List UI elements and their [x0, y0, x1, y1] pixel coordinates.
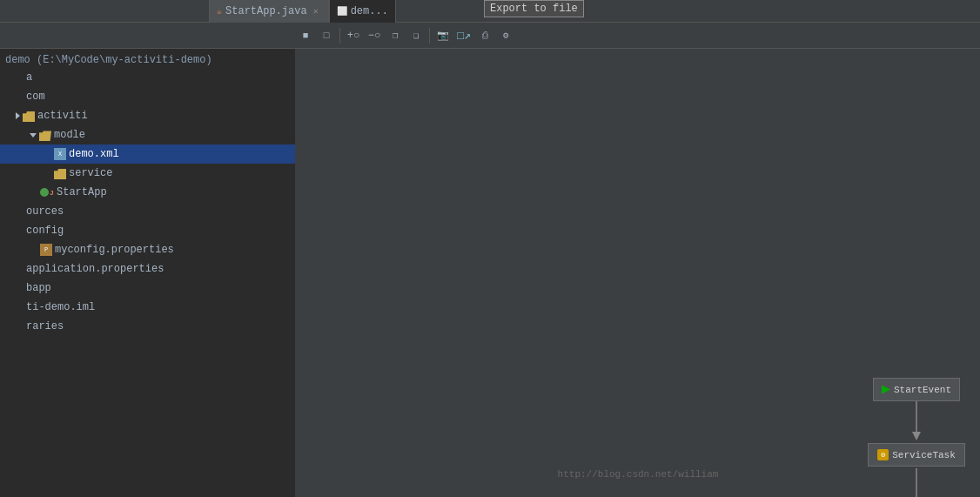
- tab-startapp-label: StartApp.java: [225, 5, 307, 17]
- toolbar-exportimg-btn[interactable]: 📷: [433, 26, 453, 45]
- arrow-down-icon: [30, 133, 37, 138]
- properties-icon: P: [40, 244, 52, 256]
- toolbar-fit-btn[interactable]: ❐: [386, 26, 405, 45]
- toolbar: ■ □ +○ −○ ❐ ❏ 📷 □↗ ⎙ ⚙: [0, 23, 980, 49]
- tab-startapp-close[interactable]: ✕: [311, 6, 321, 17]
- service-task-icon: ⚙: [877, 449, 889, 460]
- tree-item-service[interactable]: service: [0, 164, 295, 183]
- tree-label-libraries: raries: [26, 320, 64, 332]
- tab-demo-icon: ⬜: [337, 6, 347, 17]
- tab-startapp-icon: ☕: [217, 6, 222, 17]
- tree-item-bapp[interactable]: bapp: [0, 279, 295, 298]
- tree-label-bapp: bapp: [26, 282, 51, 294]
- tree-label-appprops: application.properties: [26, 263, 164, 275]
- sidebar-title: demo (E:\MyCode\my-activiti-demo): [0, 52, 295, 68]
- tree-label-myconfig: myconfig.properties: [55, 244, 174, 256]
- tree-item-a[interactable]: a: [0, 68, 295, 87]
- tree-item-libraries[interactable]: raries: [0, 317, 295, 336]
- tab-demo[interactable]: ⬜ dem...: [329, 0, 396, 23]
- tab-bar: ☕ StartApp.java ✕ ⬜ dem... Export to fil…: [0, 0, 980, 23]
- tree-label-demo-xml: demo.xml: [69, 148, 119, 160]
- toolbar-actual-btn[interactable]: ❏: [406, 26, 426, 45]
- tree-item-startapp[interactable]: J StartApp: [0, 183, 295, 202]
- tree-item-resources[interactable]: ources: [0, 202, 295, 221]
- tree-label-service: service: [69, 167, 112, 179]
- toolbar-sep-1: [339, 28, 340, 44]
- tree-label-iml: ti-demo.iml: [26, 301, 95, 313]
- tree-label-activiti: activiti: [37, 110, 88, 122]
- toolbar-marquee-btn[interactable]: □: [317, 26, 336, 45]
- tree-item-myconfig[interactable]: P myconfig.properties: [0, 240, 295, 259]
- tab-startapp[interactable]: ☕ StartApp.java ✕: [209, 0, 329, 23]
- startapp-icons: J: [40, 186, 54, 198]
- start-event-icon: [882, 386, 890, 394]
- main-area: demo (E:\MyCode\my-activiti-demo) a com …: [0, 49, 980, 497]
- toolbar-exportfile-btn[interactable]: □↗: [454, 26, 473, 45]
- tree-item-activiti[interactable]: activiti: [0, 106, 295, 125]
- service-task-node[interactable]: ⚙ ServiceTask: [868, 443, 965, 467]
- tree-label-a: a: [26, 71, 32, 84]
- tree-label-startapp: StartApp: [57, 186, 107, 198]
- connectors-svg: [296, 49, 980, 497]
- tree-label-modle: modle: [54, 129, 85, 141]
- toolbar-settings-btn[interactable]: ⚙: [496, 26, 515, 45]
- folder-icon: [54, 167, 66, 179]
- svg-marker-1: [912, 432, 921, 440]
- start-event-label: StartEvent: [894, 385, 951, 395]
- toolbar-print-btn[interactable]: ⎙: [475, 26, 494, 45]
- xml-icon: X: [54, 148, 66, 160]
- tab-demo-label: dem...: [351, 5, 388, 17]
- green-circle-icon: [40, 188, 49, 197]
- tree-item-appprops[interactable]: application.properties: [0, 259, 295, 279]
- export-tooltip: Export to file: [484, 0, 584, 17]
- tree-item-modle[interactable]: modle: [0, 125, 295, 144]
- toolbar-select-btn[interactable]: ■: [296, 26, 315, 45]
- toolbar-zoomin-btn[interactable]: +○: [344, 26, 363, 45]
- tree-label-resources: ources: [26, 205, 64, 218]
- watermark: http://blog.csdn.net/william: [558, 469, 719, 480]
- canvas[interactable]: StartEvent ⚙ ServiceTask EndEvent http:/…: [296, 49, 980, 497]
- arrow-right-icon: [16, 112, 20, 119]
- folder-open-icon: [39, 129, 51, 141]
- tree-item-config[interactable]: config: [0, 221, 295, 240]
- start-event-node[interactable]: StartEvent: [873, 378, 960, 401]
- tree-label-com: com: [26, 91, 45, 103]
- toolbar-zoomout-btn[interactable]: −○: [365, 26, 384, 45]
- toolbar-sep-2: [429, 28, 430, 44]
- sidebar: demo (E:\MyCode\my-activiti-demo) a com …: [0, 49, 296, 497]
- tree-item-iml[interactable]: ti-demo.iml: [0, 298, 295, 317]
- folder-icon: [23, 110, 35, 122]
- tree-label-config: config: [26, 225, 64, 237]
- java-icon: J: [50, 189, 54, 197]
- tree-item-com[interactable]: com: [0, 87, 295, 106]
- tree-item-demo-xml[interactable]: X demo.xml: [0, 144, 295, 164]
- service-task-label: ServiceTask: [892, 450, 956, 460]
